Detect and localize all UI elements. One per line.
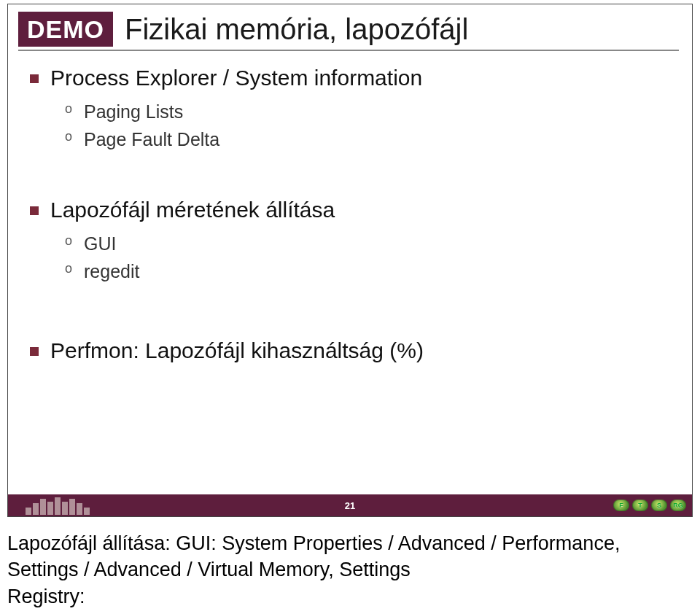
speaker-notes: Lapozófájl állítása: GUI: System Propert… xyxy=(0,517,700,614)
sub-item: oPaging Lists xyxy=(84,98,663,126)
square-bullet-icon xyxy=(30,347,39,356)
sub-item: oGUI xyxy=(84,230,663,258)
sub-text: GUI xyxy=(84,233,116,254)
badge-label: T xyxy=(638,502,642,509)
bullet-list: Process Explorer / System information oP… xyxy=(8,51,692,365)
sub-text: Paging Lists xyxy=(84,101,183,122)
square-bullet-icon xyxy=(30,206,39,215)
badge-chip: F xyxy=(613,500,629,511)
badge-chip: T xyxy=(632,500,648,511)
page-number: 21 xyxy=(345,500,355,511)
notes-line: Lapozófájl állítása: GUI: System Propert… xyxy=(7,530,693,583)
sub-item: oregedit xyxy=(84,257,663,286)
sub-list: oPaging Lists oPage Fault Delta xyxy=(50,92,663,155)
sub-item: oPage Fault Delta xyxy=(84,125,663,154)
sub-text: regedit xyxy=(84,261,139,281)
demo-badge: DEMO xyxy=(18,12,113,47)
sub-text: Page Fault Delta xyxy=(84,129,219,149)
badge-label: S xyxy=(657,502,661,509)
bullet-item: Process Explorer / System information oP… xyxy=(50,64,663,154)
circle-bullet-icon: o xyxy=(65,99,72,120)
bullet-item: Lapozófájl méretének állítása oGUI orege… xyxy=(50,196,663,286)
slide: DEMO Fizikai memória, lapozófájl Process… xyxy=(7,4,693,517)
slide-header: DEMO Fizikai memória, lapozófájl xyxy=(8,4,692,47)
university-logo xyxy=(14,496,101,515)
circle-bullet-icon: o xyxy=(65,127,72,147)
circle-bullet-icon: o xyxy=(65,231,72,252)
badge-label: RG xyxy=(673,502,683,509)
slide-footer: 21 F T S RG xyxy=(8,494,692,516)
badge-chip: S xyxy=(651,500,667,511)
badge-chip: RG xyxy=(670,500,686,511)
circle-bullet-icon: o xyxy=(65,259,72,279)
building-icon xyxy=(14,496,101,515)
slide-title: Fizikai memória, lapozófájl xyxy=(125,13,468,46)
bullet-item: Perfmon: Lapozófájl kihasználtság (%) xyxy=(50,337,663,365)
bullet-text: Process Explorer / System information xyxy=(50,64,663,92)
sub-list: oGUI oregedit xyxy=(50,224,663,287)
square-bullet-icon xyxy=(30,74,39,83)
notes-line: Registry: HKEY_LOCAL_MACHINE\SYSTEM\Curr… xyxy=(7,583,693,614)
badge-label: F xyxy=(619,502,623,509)
footer-badges: F T S RG xyxy=(613,500,686,511)
bullet-text: Perfmon: Lapozófájl kihasználtság (%) xyxy=(50,337,663,365)
bullet-text: Lapozófájl méretének állítása xyxy=(50,196,663,224)
